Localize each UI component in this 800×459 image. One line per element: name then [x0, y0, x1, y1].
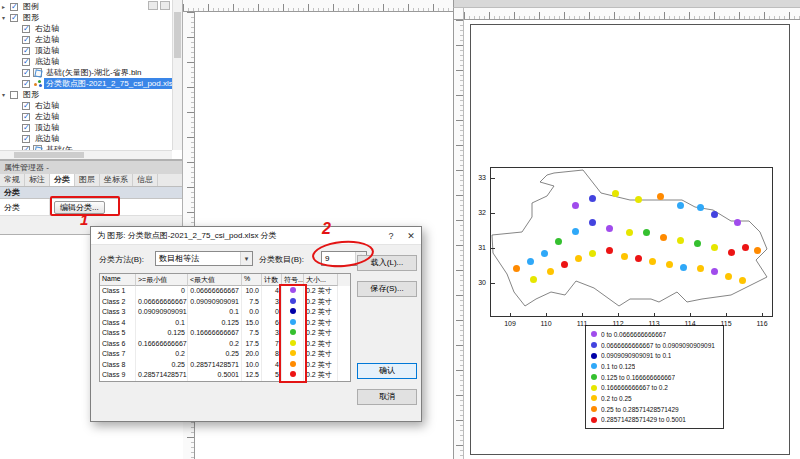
table-row[interactable]: Class 80.250.2857142857110.040.2 英寸 — [100, 360, 350, 371]
visibility-checkbox[interactable] — [22, 25, 30, 33]
tree-item[interactable]: 左边轴 — [0, 34, 172, 45]
visibility-checkbox[interactable] — [22, 124, 30, 132]
scrollbar-thumb[interactable] — [174, 12, 181, 58]
table-row[interactable]: Class 90.285714285710.500112.550.2 英寸 — [100, 370, 350, 381]
cell-symbol — [282, 339, 304, 350]
table-row[interactable]: Class 40.10.12515.060.2 英寸 — [100, 318, 350, 329]
column-header[interactable]: <最大值 — [188, 274, 242, 286]
visibility-checkbox[interactable] — [22, 80, 30, 88]
tab-分类[interactable]: 分类 — [50, 174, 75, 186]
cell-size: 0.2 英寸 — [304, 349, 338, 360]
visibility-checkbox[interactable] — [22, 69, 30, 77]
tree-horizontal-scrollbar[interactable] — [0, 150, 172, 159]
tab-常规[interactable]: 常规 — [0, 174, 25, 186]
visibility-checkbox[interactable] — [10, 14, 18, 22]
visibility-checkbox[interactable] — [22, 102, 30, 110]
cell-max: 0.125 — [188, 318, 242, 329]
tree-item[interactable]: 顶边轴 — [0, 122, 172, 133]
column-header[interactable]: Name — [100, 274, 136, 286]
dialog-titlebar[interactable]: 为 图形: 分类散点图-2021_2_75_csi_pod.xlsx 分类 ? … — [91, 227, 421, 245]
column-header[interactable]: >=最小值 — [136, 274, 188, 286]
visibility-checkbox[interactable] — [22, 135, 30, 143]
class-symbol-dot — [290, 371, 296, 377]
visibility-checkbox[interactable] — [22, 47, 30, 55]
tab-标注[interactable]: 标注 — [25, 174, 50, 186]
tree-item[interactable]: ▾图形 — [0, 12, 172, 23]
tree-item[interactable]: ▾图形 — [0, 89, 172, 100]
tree-item-label: 基础(矢量图)-湖北-省界.bln — [44, 67, 144, 78]
legend-label: 0.1 to 0.125 — [601, 363, 635, 370]
legend-label: 0 to 0.0666666666667 — [601, 331, 666, 338]
close-icon[interactable]: ✕ — [401, 231, 421, 241]
chevron-expanded-icon[interactable]: ▾ — [2, 91, 9, 98]
data-point — [572, 228, 579, 235]
data-point — [575, 255, 582, 262]
table-row[interactable]: Class 60.166666666670.217.570.2 英寸 — [100, 339, 350, 350]
panel-corner-buttons — [148, 1, 170, 10]
table-row[interactable]: Class 30.090909090910.10.000.2 英寸 — [100, 307, 350, 318]
tab-坐标系[interactable]: 坐标系 — [100, 174, 133, 186]
table-row[interactable]: Class 20.066666666670.090909090917.530.2… — [100, 297, 350, 308]
cancel-button[interactable]: 取消 — [357, 389, 417, 405]
column-header[interactable]: % — [242, 274, 262, 286]
visibility-checkbox[interactable] — [10, 91, 18, 99]
cell-percent: 12.5 — [242, 370, 262, 381]
cell-name: Class 8 — [100, 360, 136, 371]
cell-size: 0.2 英寸 — [304, 307, 338, 318]
tree-item[interactable]: 底边轴 — [0, 133, 172, 144]
method-dropdown[interactable]: 数目相等法 ▾ — [155, 251, 253, 266]
column-header[interactable]: 大小... — [304, 274, 338, 286]
legend-label: 0.125 to 0.166666666667 — [601, 374, 675, 381]
visibility-checkbox[interactable] — [22, 113, 30, 121]
panel-menu-icon[interactable] — [160, 1, 170, 10]
table-row[interactable]: Class 50.1250.166666666677.530.2 英寸 — [100, 328, 350, 339]
tab-图层[interactable]: 图层 — [75, 174, 100, 186]
table-row[interactable]: Class 70.20.2520.080.2 英寸 — [100, 349, 350, 360]
data-point — [621, 253, 628, 260]
tree-item[interactable]: ▸图例 — [0, 1, 172, 12]
tab-信息[interactable]: 信息 — [133, 174, 158, 186]
visibility-checkbox[interactable] — [22, 36, 30, 44]
save-button[interactable]: 保存(S)... — [357, 281, 417, 297]
data-point — [635, 255, 642, 262]
tree-item[interactable]: 顶边轴 — [0, 45, 172, 56]
ruler-corner — [453, 8, 464, 20]
edit-classification-button[interactable]: 编辑分类... — [54, 201, 105, 214]
map-plot-area[interactable] — [490, 167, 773, 317]
column-header[interactable]: 计数 — [262, 274, 282, 286]
visibility-checkbox[interactable] — [10, 3, 18, 11]
load-button[interactable]: 载入(L)... — [357, 255, 417, 271]
chevron-expanded-icon[interactable]: ▾ — [2, 14, 9, 21]
class-count-value: 9 — [322, 252, 355, 265]
visibility-checkbox[interactable] — [22, 58, 30, 66]
property-manager-title: 属性管理器 - — [0, 161, 182, 174]
scrollbar-thumb[interactable] — [14, 152, 84, 158]
tree-item[interactable]: 左边轴 — [0, 111, 172, 122]
data-point — [734, 219, 741, 226]
legend-item: 0.166666666667 to 0.2 — [591, 382, 721, 393]
cell-name: Class 5 — [100, 328, 136, 339]
tree-item[interactable]: 右边轴 — [0, 23, 172, 34]
column-header[interactable]: 符号... — [282, 274, 304, 286]
object-tree: ▸图例▾图形右边轴左边轴顶边轴底边轴基础(矢量图)-湖北-省界.bln分类散点图… — [0, 1, 172, 150]
cell-size: 0.2 英寸 — [304, 297, 338, 308]
cell-name: Class 3 — [100, 307, 136, 318]
data-point — [635, 196, 642, 203]
table-row[interactable]: Class 100.0666666666710.040.2 英寸 — [100, 286, 350, 297]
legend-item: 0.0666666666667 to 0.0909090909091 — [591, 340, 721, 351]
tree-item[interactable]: 基础(矢量图)-湖北-省界.bln — [0, 67, 172, 78]
data-point — [527, 258, 534, 265]
cell-symbol — [282, 286, 304, 297]
help-icon[interactable]: ? — [381, 231, 401, 241]
tree-item[interactable]: 底边轴 — [0, 56, 172, 67]
panel-pin-icon[interactable] — [148, 1, 158, 10]
chevron-collapsed-icon[interactable]: ▸ — [2, 3, 9, 10]
classification-row-label: 分类 — [0, 199, 50, 215]
tree-vertical-scrollbar[interactable] — [172, 0, 182, 150]
ok-button[interactable]: 确认 — [357, 363, 417, 379]
legend-item: 0.1 to 0.125 — [591, 361, 721, 372]
tree-item[interactable]: 右边轴 — [0, 100, 172, 111]
app-window: 10911011111211311411511633323130 0 to 0.… — [0, 0, 800, 459]
cell-count: 3 — [262, 328, 282, 339]
tree-item[interactable]: 分类散点图-2021_2_75_csi_pod.xlsx — [0, 78, 172, 89]
